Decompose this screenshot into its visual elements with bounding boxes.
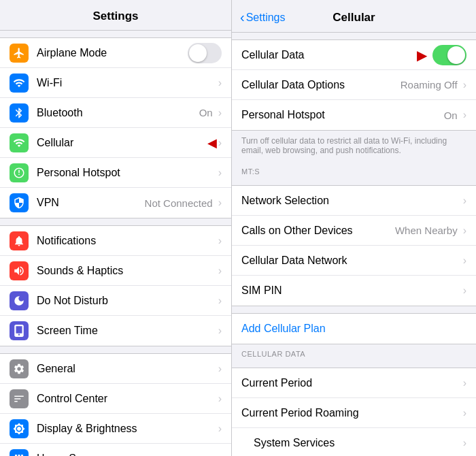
sidebar-item-cellular[interactable]: Cellular ◀ › [0, 128, 231, 158]
calls-other-devices-value: When Nearby [395, 225, 458, 236]
calls-other-devices-chevron: › [463, 225, 466, 237]
settings-title: Settings [92, 10, 138, 22]
cellular-red-arrow: ◀ [207, 135, 217, 150]
system-services-label: System Services [254, 437, 462, 449]
cellular-data-group: Current Period › Current Period Roaming … [232, 368, 476, 456]
cellular-data-options-row[interactable]: Cellular Data Options Roaming Off › [232, 70, 476, 100]
right-personal-hotspot-row[interactable]: Personal Hotspot On › [232, 100, 476, 130]
bluetooth-label: Bluetooth [37, 107, 199, 119]
mts-section-header: MT:S [232, 162, 476, 178]
sidebar-item-airplane-mode[interactable]: Airplane Mode [0, 38, 231, 68]
current-period-roaming-label: Current Period Roaming [241, 407, 462, 419]
cellular-data-options-chevron: › [463, 79, 466, 91]
cellular-data-network-label: Cellular Data Network [241, 255, 462, 267]
back-label: Settings [246, 12, 286, 24]
control-center-label: Control Center [37, 393, 217, 405]
current-period-label: Current Period [241, 377, 462, 389]
notifications-icon [10, 231, 29, 250]
cellular-data-row[interactable]: Cellular Data ▶ [232, 40, 476, 70]
settings-group-connectivity: Airplane Mode Wi-Fi › Bluetooth On › Cel… [0, 37, 231, 218]
sidebar-item-vpn[interactable]: VPN Not Connected › [0, 188, 231, 218]
network-selection-chevron: › [463, 195, 466, 207]
add-cellular-plan-label[interactable]: Add Cellular Plan [241, 323, 326, 335]
cellular-data-options-label: Cellular Data Options [241, 79, 401, 91]
current-period-roaming-row[interactable]: Current Period Roaming › [232, 398, 476, 428]
sounds-label: Sounds & Haptics [37, 265, 217, 277]
hotspot-icon [10, 163, 29, 182]
airplane-mode-toggle[interactable] [188, 43, 222, 63]
cellular-label: Cellular [37, 137, 205, 149]
wifi-chevron: › [218, 77, 222, 89]
notifications-chevron: › [218, 235, 222, 247]
sidebar-item-control-center[interactable]: Control Center › [0, 384, 231, 414]
display-icon [10, 419, 29, 438]
personal-hotspot-label: Personal Hotspot [37, 167, 217, 179]
cellular-data-options-value: Roaming Off [401, 79, 458, 91]
right-personal-hotspot-chevron: › [463, 109, 466, 121]
wifi-icon [10, 74, 29, 93]
sidebar-item-home-screen[interactable]: Home Screen › [0, 444, 231, 456]
bluetooth-icon [10, 103, 29, 123]
network-selection-row[interactable]: Network Selection › [232, 186, 476, 216]
sidebar-item-bluetooth[interactable]: Bluetooth On › [0, 98, 231, 128]
left-panel-header: Settings [0, 0, 231, 31]
calls-other-devices-row[interactable]: Calls on Other Devices When Nearby › [232, 216, 476, 246]
right-panel: ‹ Settings Cellular Cellular Data ▶ Cell… [232, 0, 476, 456]
home-icon [10, 449, 29, 457]
sidebar-item-personal-hotspot[interactable]: Personal Hotspot › [0, 158, 231, 188]
sidebar-item-display-brightness[interactable]: Display & Brightness › [0, 414, 231, 444]
cellular-top-group: Cellular Data ▶ Cellular Data Options Ro… [232, 39, 476, 131]
cellular-data-red-arrow: ▶ [417, 47, 427, 63]
dnd-label: Do Not Disturb [37, 295, 217, 307]
cellular-data-toggle[interactable] [432, 45, 466, 65]
current-period-chevron: › [463, 377, 466, 389]
bluetooth-value: On [199, 107, 213, 118]
sim-pin-row[interactable]: SIM PIN › [232, 276, 476, 306]
sidebar-item-sounds-haptics[interactable]: Sounds & Haptics › [0, 256, 231, 286]
airplane-mode-icon [10, 44, 29, 63]
settings-group-notifications: Notifications › Sounds & Haptics › Do No… [0, 225, 231, 346]
current-period-roaming-chevron: › [463, 407, 466, 419]
system-services-chevron: › [463, 437, 466, 449]
current-period-row[interactable]: Current Period › [232, 368, 476, 398]
cellular-chevron: › [218, 137, 222, 149]
add-cellular-plan-group: Add Cellular Plan [232, 313, 476, 344]
control-center-icon [10, 389, 29, 408]
home-screen-label: Home Screen [37, 453, 217, 457]
screentime-icon [10, 321, 29, 340]
airplane-mode-label: Airplane Mode [37, 47, 188, 59]
right-panel-header: ‹ Settings Cellular [232, 0, 476, 33]
cellular-data-network-row[interactable]: Cellular Data Network › [232, 246, 476, 276]
wifi-label: Wi-Fi [37, 77, 217, 89]
home-screen-chevron: › [218, 453, 222, 457]
general-label: General [37, 363, 217, 375]
sim-pin-chevron: › [463, 284, 466, 297]
sidebar-item-screen-time[interactable]: Screen Time › [0, 316, 231, 346]
display-label: Display & Brightness [37, 423, 217, 435]
back-chevron-icon: ‹ [240, 10, 245, 25]
system-services-row[interactable]: System Services › [232, 428, 476, 456]
sidebar-item-do-not-disturb[interactable]: Do Not Disturb › [0, 286, 231, 316]
right-panel-title: Cellular [333, 11, 375, 25]
general-icon [10, 359, 29, 378]
sim-pin-label: SIM PIN [241, 284, 462, 297]
vpn-icon [10, 193, 29, 212]
cellular-data-section-header: CELLULAR DATA [232, 344, 476, 361]
calls-other-devices-label: Calls on Other Devices [241, 225, 395, 237]
mts-group: Network Selection › Calls on Other Devic… [232, 185, 476, 306]
dnd-icon [10, 291, 29, 310]
back-button[interactable]: ‹ Settings [240, 10, 285, 25]
cellular-data-label: Cellular Data [241, 49, 417, 61]
sidebar-item-general[interactable]: General › [0, 354, 231, 384]
add-cellular-plan-row[interactable]: Add Cellular Plan [232, 314, 476, 344]
cellular-info-text: Turn off cellular data to restrict all d… [232, 131, 476, 162]
network-selection-label: Network Selection [241, 195, 462, 207]
bluetooth-chevron: › [218, 107, 222, 119]
personal-hotspot-chevron: › [218, 167, 222, 179]
sounds-chevron: › [218, 265, 222, 277]
general-chevron: › [218, 363, 222, 375]
cellular-data-network-chevron: › [463, 255, 466, 267]
sidebar-item-wifi[interactable]: Wi-Fi › [0, 68, 231, 98]
sidebar-item-notifications[interactable]: Notifications › [0, 226, 231, 256]
dnd-chevron: › [218, 295, 222, 307]
